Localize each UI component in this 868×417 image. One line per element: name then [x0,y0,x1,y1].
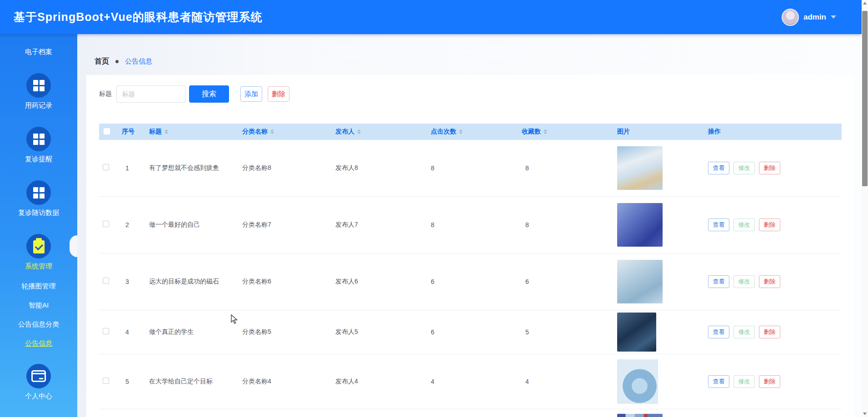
sidebar-item-followup-data[interactable]: 复诊随访数据 [18,208,59,217]
edit-button[interactable]: 修改 [733,218,755,231]
id-card-icon[interactable] [26,364,51,388]
table-header-row: 序号 标题 分类名称 发布人 点击次数 收藏数 图片 操作 [99,124,842,140]
cell-index: 3 [118,253,145,310]
cell-category: 分类名称6 [239,253,332,310]
grid-icon[interactable] [26,180,51,205]
toolbar: 标题 搜索 添加 删除 [99,85,289,103]
row-checkbox[interactable] [103,164,109,170]
search-input[interactable] [116,85,185,103]
table-body: 1有了梦想就不会感到疲惫分类名称8发布人888查看修改删除2做一个最好的自己分类… [99,140,842,417]
sort-icon[interactable] [459,129,463,134]
sidebar-item-smart-ai[interactable]: 智能AI [29,301,49,309]
cell-index: 4 [118,310,145,354]
cell-clicks: 6 [427,253,518,310]
scrollbar-thumb[interactable] [862,11,868,186]
column-header-favorites: 收藏数 [518,124,614,140]
cell-index: 5 [118,354,145,409]
column-header-index: 序号 [118,124,145,140]
mouse-cursor [230,314,239,324]
add-button[interactable]: 添加 [240,86,262,102]
cell-clicks: 4 [427,354,518,409]
app-title: 基于SpringBoot+Vue的眼科患者随访管理系统 [14,10,263,25]
delete-button[interactable]: 删除 [268,86,289,102]
table-row: 4做个真正的学生分类名称5发布人565查看修改删除 [99,310,842,354]
table-row: 2做一个最好的自己分类名称7发布人788查看修改删除 [99,196,842,253]
view-button[interactable]: 查看 [708,162,729,174]
cell-category: 分类名称8 [239,140,332,196]
sidebar-item-announcement-category[interactable]: 公告信息分类 [18,320,59,328]
cell-publisher: 发布人6 [332,253,427,310]
sidebar-item-revisit-reminder[interactable]: 复诊提醒 [25,155,52,163]
table-row: 3远大的目标是成功的磁石分类名称6发布人666查看修改删除 [99,253,842,310]
cell-favorites: 8 [518,140,614,196]
delete-row-button[interactable]: 删除 [759,218,780,231]
grid-icon-glyph [33,134,45,145]
cell-clicks: 6 [427,310,518,354]
user-menu[interactable]: admin [782,0,836,34]
edit-button[interactable]: 修改 [733,275,755,288]
content-card: 标题 搜索 添加 删除 序号 标题 分类名称 发布人 [86,75,853,417]
breadcrumb-current[interactable]: 公告信息 [125,57,152,66]
cell-category: 分类名称5 [239,310,332,354]
delete-row-button[interactable]: 删除 [759,275,780,288]
sort-icon[interactable] [165,129,168,134]
row-checkbox[interactable] [103,221,109,227]
sidebar-item-electronic-archive[interactable]: 电子档案 [25,48,52,56]
scroll-down-arrow-icon[interactable] [863,412,867,415]
app-header: 基于SpringBoot+Vue的眼科患者随访管理系统 admin [0,0,862,34]
edit-button[interactable]: 修改 [733,162,755,174]
column-header-actions: 操作 [704,124,842,140]
sidebar-item-system-management[interactable]: 系统管理 [25,262,52,270]
scroll-up-arrow-icon[interactable] [863,2,867,5]
view-button[interactable]: 查看 [708,326,729,338]
cell-clicks: 8 [427,140,518,196]
delete-row-button[interactable]: 删除 [759,162,780,174]
delete-row-button[interactable]: 删除 [759,375,780,388]
cell-title: 有了梦想就不会感到疲惫 [145,140,239,196]
view-button[interactable]: 查看 [708,218,729,231]
select-all-checkbox[interactable] [104,128,110,134]
doctor-and-nurse-photo [617,203,663,247]
breadcrumb-home[interactable]: 首页 [95,57,109,66]
main-content: 首页 公告信息 标题 搜索 添加 删除 序号 [77,34,862,417]
cell-title: 做一个最好的自己 [145,196,239,253]
sidebar-item-medication-record[interactable]: 用药记录 [25,101,52,109]
cell-category: 分类名称7 [239,196,332,253]
column-header-image: 图片 [614,124,704,140]
sidebar: 电子档案 用药记录 复诊提醒 复诊随访数据 系统管理 轮播图管理 智能AI 公告… [0,34,77,417]
cell-index: 2 [118,196,145,253]
sidebar-item-personal-center[interactable]: 个人中心 [25,392,52,400]
sort-icon[interactable] [544,129,547,134]
view-button[interactable]: 查看 [708,375,729,388]
row-checkbox[interactable] [103,278,109,284]
sort-icon[interactable] [357,129,361,134]
column-header-category: 分类名称 [239,124,332,140]
sort-icon[interactable] [270,129,274,134]
grid-icon[interactable] [26,73,51,98]
delete-row-button[interactable]: 删除 [759,326,780,338]
nurse-making-hospital-bed-photo [617,146,663,190]
sidebar-item-carousel-management[interactable]: 轮播图管理 [22,282,56,290]
column-header-clicks: 点击次数 [427,124,518,140]
cell-title: 在大学给自己定个目标 [145,354,239,409]
clipboard-check-icon[interactable] [26,234,51,258]
cell-index: 1 [118,140,145,196]
chevron-down-icon [831,15,836,19]
cell-favorites: 5 [518,310,614,354]
grid-icon[interactable] [26,127,51,151]
page-scrollbar[interactable] [862,0,868,417]
cell-title: 远大的目标是成功的磁石 [145,253,239,310]
column-header-publisher: 发布人 [332,124,427,140]
user-avatar[interactable] [782,9,799,26]
row-checkbox[interactable] [103,328,109,334]
search-label: 标题 [99,90,112,98]
sidebar-item-announcement-info[interactable]: 公告信息 [25,339,52,348]
edit-button[interactable]: 修改 [733,375,755,388]
column-header-title: 标题 [145,124,239,140]
edit-button[interactable]: 修改 [733,326,755,338]
search-button[interactable]: 搜索 [189,85,229,103]
medical-team-dark-photo [617,313,656,352]
row-checkbox[interactable] [103,377,109,384]
view-button[interactable]: 查看 [708,275,729,288]
cell-category: 分类名称4 [239,354,332,409]
